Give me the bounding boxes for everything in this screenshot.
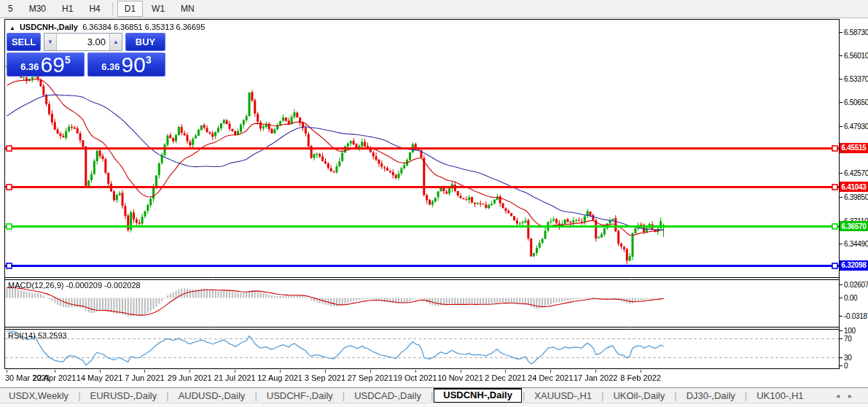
tick-label: 6.39850 xyxy=(844,193,868,201)
tab-scroll-left-icon[interactable]: ◂ xyxy=(836,392,848,400)
price-axis-tick: 6.53370 xyxy=(840,74,868,83)
tick-label: 100 xyxy=(844,327,856,335)
price-axis-tick: 6.47930 xyxy=(840,123,868,131)
tick-dash xyxy=(840,55,842,56)
timeframe-button-h1[interactable]: H1 xyxy=(55,1,80,17)
tick-label: -0.03187 xyxy=(844,312,868,320)
sell-button[interactable]: SELL xyxy=(7,33,41,51)
tick-dash xyxy=(840,284,842,285)
price-line-badge: 6.41043 xyxy=(840,182,868,192)
date-label: 8 Feb 2022 xyxy=(620,373,661,382)
chart-tab-ukoil[interactable]: UKOil-,Daily xyxy=(604,389,673,402)
timeframe-button-d1[interactable]: D1 xyxy=(117,1,143,17)
tick-dash xyxy=(840,330,842,331)
timeframe-button-w1[interactable]: W1 xyxy=(144,1,172,17)
tick-label: 6.50650 xyxy=(844,98,868,106)
toolbar-separator xyxy=(112,2,113,15)
volume-input[interactable]: 3.00 xyxy=(57,34,109,50)
date-tick xyxy=(189,370,190,373)
date-label: 12 Aug 2021 xyxy=(257,373,302,382)
buy-price-big: 90 xyxy=(122,55,146,74)
indicator-axis-tick: 0.02607 xyxy=(840,280,868,289)
trading-terminal: 5M30H1H4D1W1MN ▲USDCNH-,Daily 6.36384 6.… xyxy=(0,0,868,407)
price-line-badge: 6.45515 xyxy=(840,143,868,153)
buy-price-small: 6.36 xyxy=(101,61,120,72)
chart-tab-audusd[interactable]: AUDUSD-,Daily xyxy=(170,389,254,402)
chart-tab-usdcad[interactable]: USDCAD-,Daily xyxy=(345,389,430,402)
date-label: 27 Sep 2021 xyxy=(348,373,393,382)
tick-label: 6.42570 xyxy=(844,169,868,177)
date-tick xyxy=(325,370,326,373)
price-axis-tick: 6.42570 xyxy=(840,169,868,178)
price-line-badge: 6.36570 xyxy=(840,221,868,231)
chart-tab-uk100[interactable]: UK100-,H1 xyxy=(748,389,812,402)
sell-price-sup: 5 xyxy=(65,54,71,66)
one-click-trading-panel: SELL ▼ 3.00 ▲ BUY 6.36 69 5 6.36 90 3 xyxy=(7,33,165,77)
tick-label: 0.00 xyxy=(844,294,857,302)
buy-button[interactable]: BUY xyxy=(125,33,165,51)
indicator-axis-tick: 0.00 xyxy=(840,293,868,302)
tick-label: 6.47930 xyxy=(844,123,868,131)
chart-tab-usdchf[interactable]: USDCHF-,Daily xyxy=(258,389,342,402)
chart-title-symbol: USDCNH-,Daily xyxy=(20,23,78,31)
timeframe-button-5[interactable]: 5 xyxy=(1,1,20,17)
tick-label: 6.58730 xyxy=(844,28,868,36)
tick-dash xyxy=(840,173,842,174)
price-axis-tick: 6.50650 xyxy=(840,98,868,107)
collapse-chart-icon[interactable]: ▲ xyxy=(9,25,15,31)
chart-tab-usdcnh[interactable]: USDCNH-,Daily xyxy=(434,388,522,403)
tick-dash xyxy=(840,126,842,127)
volume-decrease-icon[interactable]: ▼ xyxy=(44,34,57,50)
tick-dash xyxy=(840,79,842,80)
timeframe-button-m30[interactable]: M30 xyxy=(22,1,53,17)
tick-label: 6.53370 xyxy=(844,75,868,83)
price-axis-tick: 6.58730 xyxy=(840,28,868,36)
chart-title-ohlc: 6.36384 6.36851 6.35313 6.36695 xyxy=(82,23,205,31)
date-tick xyxy=(415,370,416,373)
price-axis-tick: 6.56010 xyxy=(840,52,868,61)
price-axis-tick: 6.34490 xyxy=(840,240,868,249)
buy-price[interactable]: 6.36 90 3 xyxy=(87,53,165,77)
buy-price-sup: 3 xyxy=(146,54,152,66)
date-tick xyxy=(641,370,641,373)
date-tick xyxy=(280,370,281,373)
chart-tab-dj30[interactable]: DJ30-,Daily xyxy=(678,389,744,402)
date-label: 14 May 2021 xyxy=(77,373,123,382)
tick-label: 6.56010 xyxy=(844,52,868,60)
tab-scroll-right-icon[interactable]: ▸ xyxy=(848,392,861,400)
tick-dash xyxy=(840,32,842,33)
indicator-axis-tick: 70 xyxy=(840,334,868,343)
date-tick xyxy=(144,370,145,373)
date-tick xyxy=(55,370,55,373)
tick-label: 6.34490 xyxy=(844,240,868,248)
date-label: 24 Dec 2021 xyxy=(528,373,573,382)
rsi-indicator-label: RSI(14) 53.2593 xyxy=(8,331,67,340)
timeframe-button-mn[interactable]: MN xyxy=(173,1,202,17)
date-label: 29 Jun 2021 xyxy=(168,373,212,382)
tab-scroll-arrows: ◂▸ xyxy=(836,392,861,400)
volume-increase-icon[interactable]: ▲ xyxy=(109,34,122,50)
date-label: 2 Dec 2021 xyxy=(485,373,525,382)
date-tick xyxy=(370,370,371,373)
timeframe-button-h4[interactable]: H4 xyxy=(82,1,107,17)
sell-price-small: 6.36 xyxy=(20,61,39,72)
price-axis-tick: 6.39850 xyxy=(840,193,868,202)
date-tick xyxy=(505,370,506,373)
date-tick xyxy=(550,370,551,373)
sell-price[interactable]: 6.36 69 5 xyxy=(7,53,85,77)
tick-dash xyxy=(840,197,842,198)
indicator-axis-tick: 0 xyxy=(840,361,868,370)
tick-label: 70 xyxy=(844,335,852,343)
timeframe-toolbar: 5M30H1H4D1W1MN xyxy=(0,0,868,18)
chart-tab-usdx[interactable]: USDX,Weekly xyxy=(0,389,77,402)
chart-tab-xauusd[interactable]: XAUUSD-,H1 xyxy=(525,389,601,402)
volume-stepper: ▼ 3.00 ▲ xyxy=(44,33,122,51)
tick-dash xyxy=(840,316,842,317)
tick-dash xyxy=(840,365,842,366)
indicator-axis-tick: -0.03187 xyxy=(840,311,868,320)
tick-label: 30 xyxy=(844,354,852,362)
date-tick xyxy=(235,370,235,373)
date-label: 7 Jun 2021 xyxy=(125,373,164,382)
chart-tab-eurusd[interactable]: EURUSD-,Daily xyxy=(82,389,166,402)
date-axis: 30 Mar 202122 Apr 202114 May 20217 Jun 2… xyxy=(4,370,840,387)
